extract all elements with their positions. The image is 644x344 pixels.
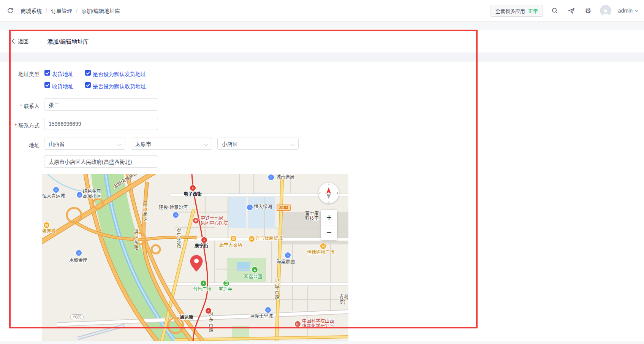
map-label: 汾东南路 bbox=[208, 312, 213, 333]
breadcrumb-item[interactable]: 商城系统 bbox=[21, 7, 42, 14]
chevron-down-icon bbox=[635, 10, 639, 12]
avatar[interactable] bbox=[600, 5, 611, 16]
gear-icon[interactable]: ⚙ bbox=[583, 6, 593, 16]
checkbox-default-ship-label[interactable]: 是否设为默认发货地址 bbox=[93, 70, 146, 78]
map-label: 佳缘购物广场 bbox=[307, 250, 334, 255]
home-poi-icon: ⌂ bbox=[53, 187, 59, 193]
shop-poi-icon: ▤ bbox=[231, 236, 236, 241]
map-label: 建投·诗意汾河 bbox=[159, 205, 188, 210]
hospital-poi-icon: ✚ bbox=[193, 218, 199, 224]
city-value: 太原市 bbox=[135, 140, 151, 147]
checkbox-ship-address[interactable] bbox=[44, 70, 50, 76]
app-plan-label: 全套餐多应用 bbox=[495, 7, 525, 14]
topbar: 商城系统 / 订单管理 / 添加/编辑地址库 全套餐多应用 正常 bbox=[0, 0, 644, 22]
checkbox-default-receive-label[interactable]: 是否设为默认收货地址 bbox=[93, 82, 146, 90]
map-label: 坞城南路 bbox=[274, 279, 279, 300]
username: admin bbox=[618, 8, 633, 14]
map-label: 绿色金岸 高层小区 bbox=[83, 189, 101, 199]
park-poi-icon: ▲ bbox=[252, 267, 258, 273]
address-label: 地址 bbox=[5, 141, 40, 149]
shop-poi-icon: ▤ bbox=[320, 243, 326, 249]
zoom-out-button[interactable]: − bbox=[321, 225, 337, 241]
address-type-label: 地址类型 bbox=[5, 70, 40, 78]
map-canvas[interactable]: 恒大青运城绿色金岸 高层小区太原绕城高速城南逸居电子西街建投·诗意汾河二广高速恒… bbox=[42, 174, 348, 341]
checkbox-receive-address-label[interactable]: 收货地址 bbox=[52, 82, 73, 90]
user-menu[interactable]: admin bbox=[618, 8, 639, 14]
map-label: 城南逸居 bbox=[276, 175, 294, 180]
refresh-icon[interactable] bbox=[5, 6, 15, 16]
phone-input[interactable] bbox=[44, 118, 158, 130]
map-label: 和谐公园 bbox=[244, 274, 262, 279]
province-value: 山西省 bbox=[49, 140, 65, 147]
location-pin-icon bbox=[190, 255, 203, 274]
map-label: 中铁十七局 集团中心医院 bbox=[201, 216, 228, 226]
checkbox-default-receive[interactable] bbox=[85, 82, 91, 88]
map-zoom-control: + − bbox=[321, 210, 337, 240]
form-header: 返回 添加/编辑地址库 bbox=[0, 30, 644, 52]
district-value: 小店区 bbox=[222, 140, 238, 147]
map-label: 汾东北路 bbox=[176, 227, 181, 249]
phone-label: 联系方式 bbox=[5, 121, 40, 129]
map-label: 富士康 科技工 bbox=[305, 211, 319, 221]
chevron-down-icon bbox=[117, 142, 121, 146]
page: 商城系统 / 订单管理 / 添加/编辑地址库 全套餐多应用 正常 bbox=[0, 0, 644, 344]
map-label: 太原绕城高速 bbox=[112, 174, 138, 190]
breadcrumb-item[interactable]: 添加/编辑地址库 bbox=[81, 7, 120, 14]
map-label: 二广高速 bbox=[142, 201, 147, 222]
map-label: 康宁大卖场 bbox=[219, 243, 242, 248]
map-label: 万马仕商贸城 bbox=[255, 236, 283, 241]
app-plan-status: 正常 bbox=[528, 7, 538, 14]
home-poi-icon: ⌂ bbox=[173, 212, 179, 218]
temple-poi-icon: 田 bbox=[223, 281, 229, 286]
contact-input[interactable] bbox=[44, 98, 158, 111]
map-label: 坤泽十里城 bbox=[250, 314, 273, 319]
home-poi-icon: ⌂ bbox=[247, 204, 253, 210]
map-label: 恒大绿洲 bbox=[254, 204, 272, 209]
metro-poi-icon: ∧ bbox=[201, 237, 207, 243]
section-gap bbox=[0, 52, 644, 62]
chevron-down-icon bbox=[204, 142, 208, 146]
road-badge: Y005 bbox=[70, 314, 84, 320]
zoom-in-button[interactable]: + bbox=[321, 210, 337, 225]
breadcrumb: 商城系统 / 订单管理 / 添加/编辑地址库 bbox=[21, 7, 120, 14]
map-label: 宝莲寺 bbox=[218, 287, 232, 292]
app-plan-badge[interactable]: 全套餐多应用 正常 bbox=[491, 5, 543, 17]
map-label: 装饰城 bbox=[42, 229, 55, 234]
chevron-down-icon bbox=[290, 142, 294, 146]
map-label: 恒大青运城 bbox=[42, 194, 65, 199]
home-poi-icon: ⌂ bbox=[77, 192, 82, 198]
chevron-left-icon bbox=[11, 38, 15, 44]
page-title: 添加/编辑地址库 bbox=[47, 37, 89, 45]
home-poi-icon: ⌂ bbox=[265, 307, 271, 313]
home-poi-icon: ⌂ bbox=[76, 250, 82, 256]
breadcrumb-separator: / bbox=[76, 8, 78, 14]
map-label: 滨河东路 bbox=[133, 229, 138, 250]
back-button[interactable]: 返回 bbox=[11, 37, 28, 45]
home-poi-icon: ⌂ bbox=[285, 252, 291, 258]
map-label: 通达街 bbox=[180, 315, 193, 320]
contact-label: 联系人 bbox=[5, 102, 40, 109]
district-select[interactable]: 小店区 bbox=[217, 138, 299, 150]
city-select[interactable]: 太原市 bbox=[131, 138, 212, 150]
search-icon[interactable] bbox=[550, 6, 560, 16]
province-select[interactable]: 山西省 bbox=[44, 138, 125, 150]
breadcrumb-separator: / bbox=[46, 8, 47, 14]
checkbox-default-ship[interactable] bbox=[85, 70, 91, 76]
back-label: 返回 bbox=[18, 37, 28, 45]
shop-poi-icon: ▤ bbox=[44, 222, 49, 228]
metro-poi-icon: ∧ bbox=[206, 308, 211, 314]
compass-control[interactable] bbox=[318, 183, 339, 203]
map-label: 青岛 原) bbox=[339, 295, 348, 304]
detail-address-input[interactable] bbox=[44, 155, 158, 168]
institute-poi-icon: ◫ bbox=[295, 321, 301, 327]
road-badge: S103 bbox=[277, 204, 291, 211]
send-icon[interactable] bbox=[566, 6, 576, 16]
checkbox-receive-address[interactable] bbox=[44, 82, 50, 88]
home-poi-icon: ⌂ bbox=[268, 174, 274, 180]
map-label: 中国科学院山西 煤炭化学研究所 bbox=[302, 319, 334, 329]
page-bottom-strip bbox=[0, 341, 644, 344]
breadcrumb-item[interactable]: 订单管理 bbox=[51, 7, 72, 14]
map-label: 海棠家园 bbox=[277, 260, 295, 265]
map-label: 电子西街 bbox=[184, 192, 202, 197]
checkbox-ship-address-label[interactable]: 发货地址 bbox=[52, 70, 73, 78]
